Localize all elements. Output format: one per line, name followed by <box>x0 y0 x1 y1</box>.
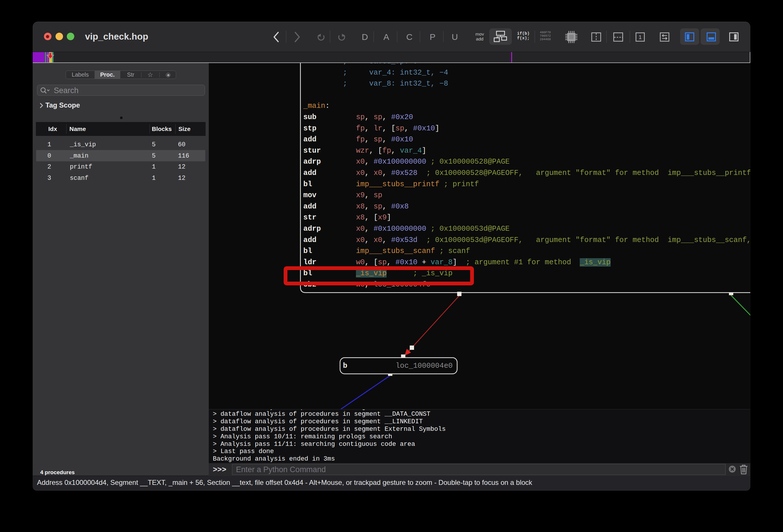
svg-text:1: 1 <box>639 34 642 40</box>
